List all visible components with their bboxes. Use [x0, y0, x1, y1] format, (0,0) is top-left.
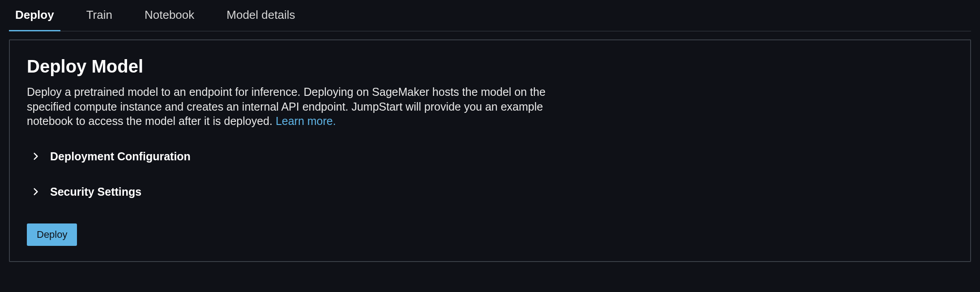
section-security-settings[interactable]: Security Settings [27, 185, 953, 198]
chevron-right-icon [31, 187, 40, 196]
tab-train[interactable]: Train [83, 0, 116, 31]
tab-bar: Deploy Train Notebook Model details [9, 0, 971, 31]
tab-model-details[interactable]: Model details [223, 0, 298, 31]
deploy-panel: Deploy Model Deploy a pretrained model t… [9, 39, 971, 262]
learn-more-link[interactable]: Learn more. [276, 115, 336, 127]
deploy-button[interactable]: Deploy [27, 223, 77, 246]
tab-deploy[interactable]: Deploy [12, 0, 58, 31]
section-label: Deployment Configuration [50, 150, 191, 163]
tab-notebook[interactable]: Notebook [141, 0, 198, 31]
panel-description: Deploy a pretrained model to an endpoint… [27, 85, 550, 129]
chevron-right-icon [31, 152, 40, 161]
section-label: Security Settings [50, 185, 141, 198]
section-deployment-configuration[interactable]: Deployment Configuration [27, 150, 953, 163]
panel-title: Deploy Model [27, 56, 953, 77]
